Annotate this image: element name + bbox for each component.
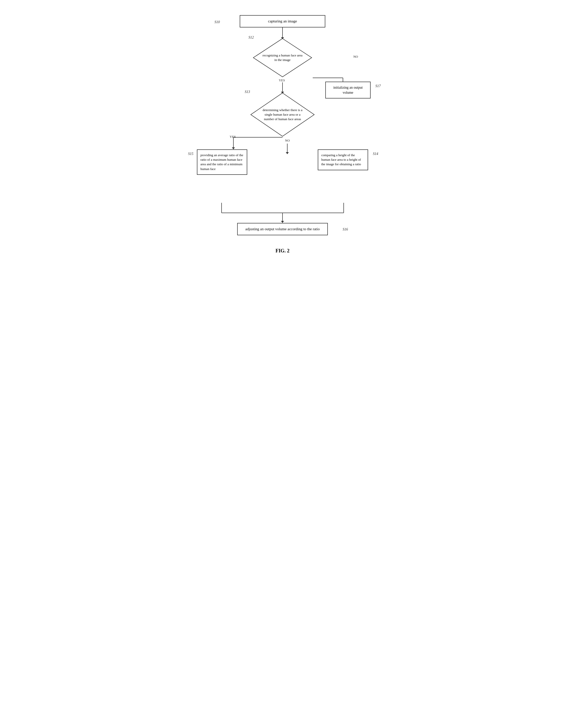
step-label-s16: S16 — [343, 227, 348, 231]
no-label-s13: NO — [285, 139, 290, 143]
step-s13: determining whether there is a single hu… — [250, 92, 315, 137]
merge-connectors — [184, 203, 381, 223]
svg-marker-7 — [232, 147, 235, 149]
step-s10: capturing an image — [240, 15, 325, 27]
step-label-s17: S17 — [375, 84, 381, 88]
merge-section — [184, 203, 381, 223]
arrow-s13-s14 — [287, 144, 287, 152]
step-label-s13: S13 — [245, 90, 250, 94]
diagram-container: S10 capturing an image S12 recognizing a… — [184, 10, 381, 254]
yes-label-s13: YES — [230, 135, 236, 139]
step-label-s14: S14 — [373, 152, 378, 156]
arrow-s10-s12 — [282, 27, 283, 38]
step-s12: recognizing a human face area in the ima… — [252, 38, 313, 78]
step-s14: comparing a height of the human face are… — [318, 149, 368, 170]
arrow-s12-s13 — [282, 82, 283, 92]
no-label-s12: NO — [353, 55, 358, 59]
step-label-s15: S15 — [188, 152, 193, 156]
step-s12-text: recognizing a human face area in the ima… — [252, 53, 313, 62]
step-s15: providing an average ratio of the ratio … — [197, 149, 247, 175]
step-label-s10: S10 — [215, 20, 220, 24]
step-s13-text: determining whether there is a single hu… — [250, 108, 315, 122]
branch-row-s13: YES NO S15 providing an average ratio of… — [184, 137, 381, 203]
figure-caption: FIG. 2 — [276, 248, 289, 254]
step-s16: adjusting an output volume according to … — [237, 223, 328, 235]
svg-marker-13 — [281, 221, 284, 223]
